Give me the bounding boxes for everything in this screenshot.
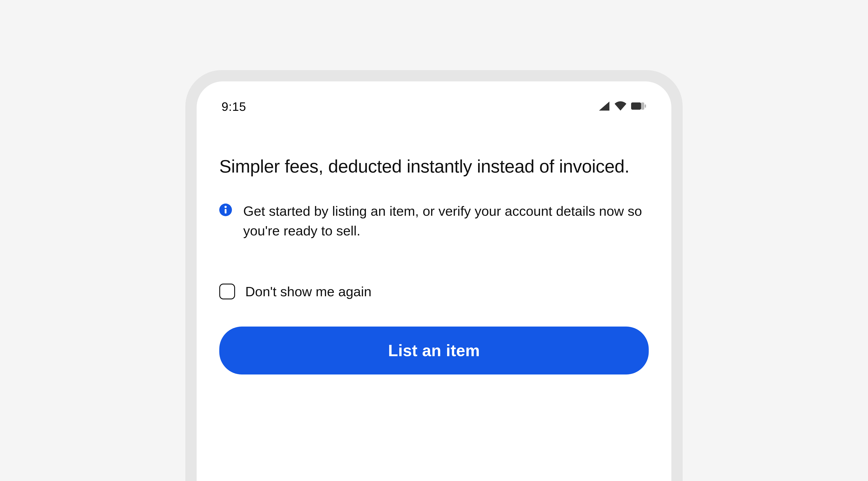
svg-rect-1 — [641, 102, 644, 110]
svg-rect-5 — [225, 209, 226, 213]
status-icons — [598, 101, 647, 112]
svg-point-4 — [224, 206, 227, 208]
dont-show-again-checkbox[interactable] — [219, 283, 235, 299]
page-heading: Simpler fees, deducted instantly instead… — [219, 154, 649, 179]
wifi-icon — [614, 101, 627, 112]
dont-show-again-label[interactable]: Don't show me again — [245, 284, 371, 299]
cellular-icon — [598, 101, 610, 112]
device-frame: 9:15 — [185, 70, 683, 481]
status-bar: 9:15 — [219, 99, 649, 114]
info-text: Get started by listing an item, or verif… — [243, 201, 649, 241]
status-time: 9:15 — [221, 99, 246, 114]
svg-rect-2 — [645, 104, 646, 108]
screen: 9:15 — [197, 82, 671, 481]
info-row: Get started by listing an item, or verif… — [219, 201, 649, 241]
dont-show-again-row[interactable]: Don't show me again — [219, 283, 649, 299]
battery-icon — [631, 102, 647, 111]
list-an-item-button[interactable]: List an item — [219, 327, 649, 374]
info-icon — [219, 204, 232, 217]
svg-rect-0 — [631, 102, 641, 110]
